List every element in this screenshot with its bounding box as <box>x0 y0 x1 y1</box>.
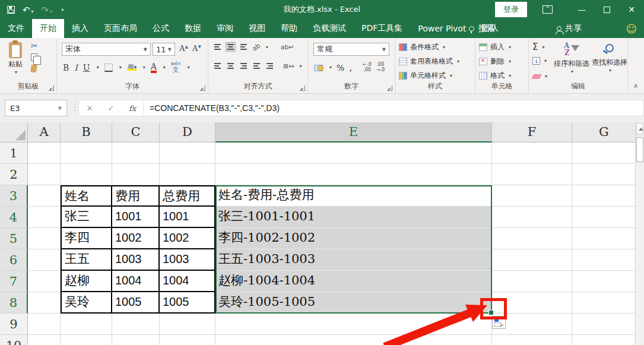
format-as-table-button[interactable]: 套用表格格式▾ <box>399 56 459 67</box>
clipboard-dialog-launcher-icon[interactable] <box>49 86 54 91</box>
cell-B8[interactable]: 吴玲 <box>61 292 112 314</box>
cell-F5[interactable] <box>492 228 572 249</box>
cell-E5[interactable]: 李四-1002-1002 <box>215 228 492 249</box>
alignment-dialog-launcher-icon[interactable] <box>300 86 305 91</box>
cell-A10[interactable] <box>28 335 61 345</box>
cell-A2[interactable] <box>28 164 61 185</box>
cell-B4[interactable]: 张三 <box>61 207 112 228</box>
middle-align-button[interactable] <box>226 43 235 51</box>
fill-handle[interactable] <box>488 310 494 315</box>
cell-E10[interactable] <box>215 335 492 345</box>
tab-review[interactable]: 审阅 <box>209 19 241 38</box>
feedback-smiley-icon[interactable]: ☺ <box>626 19 637 38</box>
find-select-button[interactable]: 查找和选择 ▾ <box>589 42 630 73</box>
cell-F1[interactable] <box>492 143 572 164</box>
fill-color-button[interactable] <box>127 64 137 71</box>
font-color-button[interactable]: A <box>151 62 157 73</box>
cell-D9[interactable] <box>160 314 215 335</box>
cell-D1[interactable] <box>160 143 215 164</box>
cell-F3[interactable] <box>492 185 572 207</box>
scrollbar-thumb[interactable] <box>636 137 643 162</box>
number-format-select[interactable]: 常规▼ <box>313 43 389 56</box>
row-header-8[interactable]: 8 <box>0 292 28 314</box>
collapse-ribbon-icon[interactable]: ∧ <box>633 82 638 90</box>
row-header-6[interactable]: 6 <box>0 249 28 271</box>
col-header-A[interactable]: A <box>28 122 61 143</box>
cell-E7[interactable]: 赵柳-1004-1004 <box>215 271 492 292</box>
cell-A4[interactable] <box>28 207 61 228</box>
select-all-corner[interactable] <box>0 122 28 143</box>
cell-B5[interactable]: 李四 <box>61 228 112 249</box>
cell-D4[interactable]: 1001 <box>160 207 215 228</box>
bold-button[interactable]: B <box>63 63 69 72</box>
cell-D6[interactable]: 1003 <box>160 249 215 271</box>
underline-button[interactable]: U <box>83 63 90 72</box>
tab-load-test[interactable]: 负载测试 <box>305 19 354 38</box>
paste-button[interactable]: 粘贴 ▾ <box>4 42 27 75</box>
ribbon-display-options-icon[interactable] <box>543 5 553 14</box>
cell-C9[interactable] <box>112 314 160 335</box>
tab-page-layout[interactable]: 页面布局 <box>96 19 145 38</box>
cell-E1[interactable] <box>215 143 492 164</box>
font-dialog-launcher-icon[interactable] <box>200 86 205 91</box>
cell-D8[interactable]: 1005 <box>160 292 215 314</box>
row-header-7[interactable]: 7 <box>0 271 28 292</box>
share-button[interactable]: 共享 <box>557 19 582 38</box>
cell-D10[interactable] <box>160 335 215 345</box>
maximize-button[interactable] <box>594 0 619 19</box>
delete-cells-button[interactable]: 删除▾ <box>479 56 511 67</box>
cell-C5[interactable]: 1002 <box>112 228 160 249</box>
copy-icon[interactable] <box>31 53 37 61</box>
cell-E9[interactable] <box>215 314 492 335</box>
tab-home[interactable]: 开始 <box>32 19 64 38</box>
cell-D2[interactable] <box>160 164 215 185</box>
cell-F6[interactable] <box>492 249 572 271</box>
tab-pdf-tools[interactable]: PDF工具集 <box>354 19 410 38</box>
cell-E6[interactable]: 王五-1003-1003 <box>215 249 492 271</box>
col-header-G[interactable]: G <box>572 122 636 143</box>
cell-D3[interactable]: 总费用 <box>160 185 215 207</box>
cell-C6[interactable]: 1003 <box>112 249 160 271</box>
cell-B1[interactable] <box>61 143 112 164</box>
cell-E3[interactable]: 姓名-费用-总费用 <box>215 185 492 207</box>
cancel-formula-icon[interactable]: ✕ <box>79 104 100 113</box>
row-header-1[interactable]: 1 <box>0 143 28 164</box>
italic-button[interactable]: I <box>74 63 78 72</box>
cell-G6[interactable] <box>572 249 636 271</box>
row-header-9[interactable]: 9 <box>0 314 28 335</box>
cell-F8[interactable] <box>492 292 572 314</box>
cell-C2[interactable] <box>112 164 160 185</box>
merge-center-button[interactable]: ⊞↔ <box>283 62 294 70</box>
cell-G2[interactable] <box>572 164 636 185</box>
row-header-10[interactable]: 10 <box>0 335 28 345</box>
cell-G7[interactable] <box>572 271 636 292</box>
conditional-formatting-button[interactable]: 条件格式▾ <box>399 42 445 52</box>
wrap-text-button[interactable]: ab↵ <box>281 43 294 51</box>
cell-B6[interactable]: 王五 <box>61 249 112 271</box>
cell-G3[interactable] <box>572 185 636 207</box>
tab-file[interactable]: 文件 <box>0 19 32 38</box>
cell-B3[interactable]: 姓名 <box>61 185 112 207</box>
cell-G10[interactable] <box>572 335 636 345</box>
cell-A6[interactable] <box>28 249 61 271</box>
cell-C1[interactable] <box>112 143 160 164</box>
row-header-4[interactable]: 4 <box>0 207 28 228</box>
cut-icon[interactable]: ✂ <box>31 42 38 50</box>
formula-input[interactable]: =CONCATENATE(B3,"-",C3,"-",D3) <box>150 103 280 113</box>
col-header-D[interactable]: D <box>160 122 215 143</box>
cell-G5[interactable] <box>572 228 636 249</box>
cell-A8[interactable] <box>28 292 61 314</box>
cell-C10[interactable] <box>112 335 160 345</box>
autosum-button[interactable]: Σ▾ <box>532 42 545 52</box>
cell-D5[interactable]: 1002 <box>160 228 215 249</box>
cell-B2[interactable] <box>61 164 112 185</box>
col-header-B[interactable]: B <box>61 122 112 143</box>
top-align-button[interactable] <box>213 43 222 51</box>
insert-function-icon[interactable]: fx <box>122 104 143 113</box>
cell-C3[interactable]: 费用 <box>112 185 160 207</box>
cell-E4[interactable]: 张三-1001-1001 <box>215 207 492 228</box>
cell-E2[interactable] <box>215 164 492 185</box>
font-name-select[interactable]: 宋体▼ <box>62 43 151 56</box>
tab-formulas[interactable]: 公式 <box>145 19 177 38</box>
cell-G1[interactable] <box>572 143 636 164</box>
